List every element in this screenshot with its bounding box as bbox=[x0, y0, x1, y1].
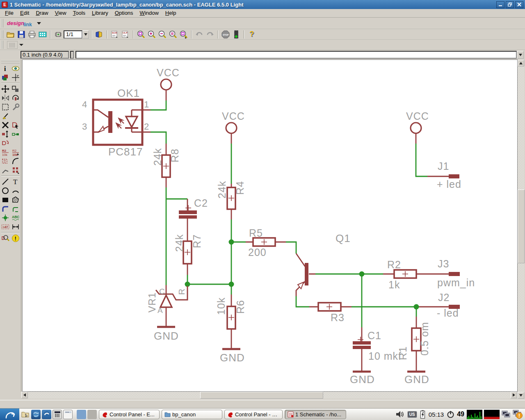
info-tool[interactable]: i bbox=[1, 64, 10, 73]
command-history-dropdown[interactable] bbox=[517, 51, 524, 59]
command-input[interactable] bbox=[75, 51, 517, 59]
group-tool[interactable] bbox=[1, 103, 10, 112]
start-menu-button[interactable] bbox=[0, 409, 19, 420]
stop-button[interactable]: STOP bbox=[220, 30, 231, 39]
volume-icon[interactable] bbox=[395, 410, 404, 418]
open-button[interactable] bbox=[5, 30, 16, 39]
smash-tool[interactable] bbox=[1, 157, 10, 166]
menu-edit[interactable]: Edit bbox=[17, 9, 32, 17]
menu-library[interactable]: Library bbox=[89, 9, 112, 17]
replace-tool[interactable] bbox=[11, 130, 20, 139]
vcc-symbols[interactable] bbox=[161, 79, 421, 133]
menu-view[interactable]: View bbox=[52, 9, 70, 17]
scroll-right-button[interactable] bbox=[511, 392, 517, 398]
zoom-redraw-button[interactable] bbox=[168, 30, 178, 39]
polygon-tool[interactable] bbox=[11, 196, 20, 204]
file-manager-launcher[interactable] bbox=[21, 410, 30, 419]
toolbar-grip[interactable] bbox=[1, 30, 3, 39]
scroll-left-button[interactable] bbox=[21, 392, 28, 398]
gateswap-tool[interactable] bbox=[1, 139, 10, 148]
menu-options[interactable]: Options bbox=[112, 9, 137, 17]
show-tool[interactable] bbox=[11, 64, 20, 73]
value-tool[interactable]: R210k bbox=[11, 148, 20, 157]
zoom-fit-button[interactable] bbox=[136, 30, 146, 39]
move-tool[interactable] bbox=[1, 85, 10, 94]
attribute-tool[interactable]: >AT bbox=[1, 223, 10, 231]
rect-tool[interactable] bbox=[1, 196, 10, 204]
dimension-tool[interactable] bbox=[11, 223, 20, 231]
arc-tool[interactable] bbox=[11, 187, 20, 195]
wire-tool[interactable] bbox=[1, 178, 10, 186]
taskbar-window-control-panel-2[interactable]: Control Panel - E... bbox=[224, 410, 283, 419]
net-tool[interactable] bbox=[11, 205, 20, 213]
capacitors[interactable] bbox=[179, 210, 371, 349]
print-button[interactable] bbox=[27, 30, 37, 39]
display-layers-tool[interactable] bbox=[1, 73, 10, 82]
horizontal-scroll-thumb[interactable] bbox=[200, 392, 323, 399]
text-tool[interactable]: T bbox=[11, 178, 20, 186]
minimize-button[interactable] bbox=[496, 1, 504, 8]
board-button[interactable] bbox=[53, 30, 64, 39]
grid-button[interactable] bbox=[7, 41, 18, 49]
cpu-monitor-graph[interactable] bbox=[467, 410, 482, 419]
keyboard-layout-indicator[interactable]: US bbox=[407, 411, 417, 418]
taskbar-window-control-panel-1[interactable]: Control Panel - E... bbox=[99, 410, 160, 419]
component-pins[interactable] bbox=[142, 90, 449, 371]
menu-file[interactable]: File bbox=[2, 9, 17, 17]
memory-monitor-graph[interactable] bbox=[484, 410, 500, 419]
undo-button[interactable] bbox=[194, 30, 205, 39]
zoom-out-button[interactable] bbox=[157, 30, 168, 39]
power-icon[interactable] bbox=[447, 410, 454, 418]
errors-tool[interactable]: ! bbox=[11, 234, 20, 243]
calculator-launcher[interactable] bbox=[52, 410, 62, 419]
help-button[interactable]: ? bbox=[247, 30, 257, 39]
scroll-up-button[interactable] bbox=[518, 60, 524, 66]
close-button[interactable] bbox=[515, 1, 523, 8]
scroll-down-button[interactable] bbox=[518, 392, 524, 399]
invoke-tool[interactable] bbox=[11, 166, 20, 175]
mirror-tool[interactable] bbox=[1, 94, 10, 103]
sheet-selector[interactable]: 1/1 bbox=[64, 30, 82, 39]
app-icon-gray[interactable] bbox=[87, 410, 97, 419]
add-part-tool[interactable] bbox=[11, 121, 20, 130]
app-launcher[interactable] bbox=[42, 410, 51, 419]
app-icon-blue[interactable] bbox=[77, 410, 86, 419]
redo-button[interactable] bbox=[205, 30, 215, 39]
delete-tool[interactable] bbox=[1, 121, 10, 130]
copy-tool[interactable] bbox=[11, 85, 20, 94]
network-monitor-icon[interactable] bbox=[501, 410, 511, 419]
mark-tool[interactable] bbox=[11, 73, 20, 82]
network-warning-icon[interactable]: ! bbox=[513, 409, 523, 419]
name-tool[interactable]: R210k bbox=[1, 148, 10, 157]
cam-processor-button[interactable] bbox=[37, 30, 48, 39]
bus-tool[interactable] bbox=[1, 205, 10, 213]
erc-tool[interactable] bbox=[1, 234, 10, 243]
vertical-scroll-thumb[interactable] bbox=[518, 189, 525, 263]
split-tool[interactable] bbox=[1, 166, 10, 175]
vertical-scrollbar[interactable] bbox=[518, 60, 525, 399]
designlink-button[interactable]: design link bbox=[5, 19, 34, 27]
run-script-button[interactable]: SCR bbox=[110, 30, 120, 39]
resistors[interactable] bbox=[162, 155, 421, 351]
zoom-select-button[interactable] bbox=[178, 30, 189, 39]
label-tool[interactable]: ABC bbox=[11, 214, 20, 222]
save-button[interactable] bbox=[16, 30, 27, 39]
schematic-canvas[interactable]: VCC VCC VCC GND GND GND GND OK1 PC817 4 … bbox=[22, 59, 518, 392]
zoom-in-button[interactable] bbox=[146, 30, 157, 39]
gnd-symbols[interactable] bbox=[157, 327, 425, 372]
designlink-dropdown-icon[interactable] bbox=[37, 22, 41, 25]
change-tool[interactable] bbox=[11, 103, 20, 112]
run-ulp-button[interactable]: ULP bbox=[120, 30, 131, 39]
menu-draw[interactable]: Draw bbox=[32, 9, 51, 17]
taskbar-window-schematic[interactable]: 1 Schematic - /ho... bbox=[285, 410, 346, 419]
menu-help[interactable]: Help bbox=[162, 9, 180, 17]
traffic-light-button[interactable] bbox=[231, 30, 242, 39]
rotate-tool[interactable] bbox=[11, 94, 20, 103]
palette-handle[interactable] bbox=[1, 60, 20, 63]
connector-pads[interactable] bbox=[449, 174, 460, 309]
horizontal-scroll-track[interactable] bbox=[28, 392, 511, 399]
pinswap-tool[interactable] bbox=[1, 130, 10, 139]
toolbar-grip[interactable] bbox=[1, 19, 3, 28]
battery-icon[interactable] bbox=[420, 410, 425, 419]
horizontal-scrollbar[interactable] bbox=[21, 392, 517, 399]
